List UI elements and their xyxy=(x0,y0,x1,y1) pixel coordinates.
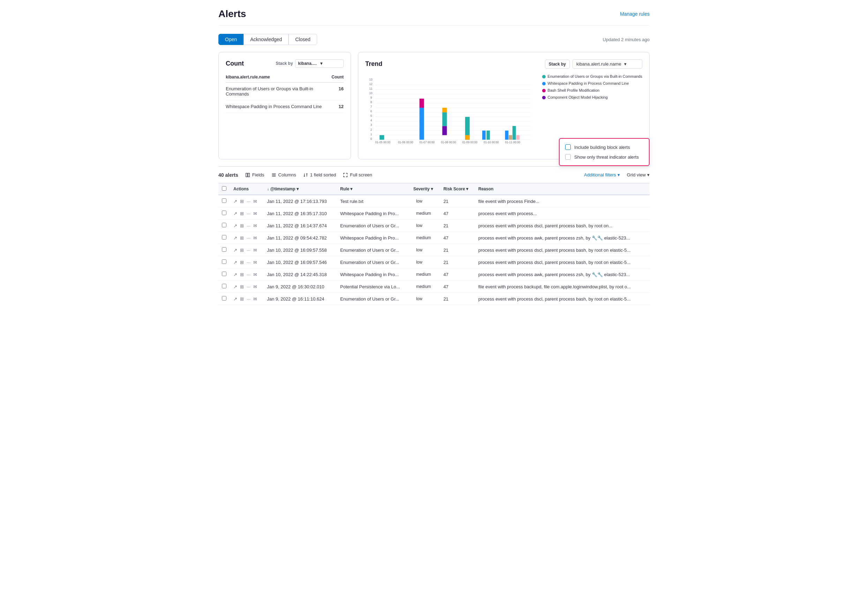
row-timestamp: Jan 9, 2022 @ 16:30:02.010 xyxy=(263,281,337,293)
more-icon[interactable]: ··· xyxy=(247,284,251,289)
fields-button[interactable]: Fields xyxy=(245,171,264,179)
investigate-icon[interactable]: ⊞ xyxy=(240,199,244,204)
show-threat-indicator-checkbox[interactable] xyxy=(565,154,571,160)
row-checkbox[interactable] xyxy=(222,198,226,203)
expand-icon[interactable]: ↗ xyxy=(233,260,237,265)
table-row: Enumeration of Users or Groups via Built… xyxy=(226,82,344,100)
count-card-header: Count Stack by kibana.alert.rule.na ▾ xyxy=(226,59,344,68)
alert-icon[interactable]: ✉ xyxy=(253,235,257,240)
risk-score-header[interactable]: Risk Score ▾ xyxy=(440,183,475,195)
rule-header[interactable]: Rule ▾ xyxy=(337,183,410,195)
additional-filters-button[interactable]: Additional filters ▾ xyxy=(584,172,620,177)
svg-text:1: 1 xyxy=(371,133,372,136)
row-risk-score: 47 xyxy=(440,268,475,281)
investigate-icon[interactable]: ⊞ xyxy=(240,211,244,216)
alert-icon[interactable]: ✉ xyxy=(253,296,257,302)
svg-rect-30 xyxy=(442,126,447,135)
sort-button[interactable]: 1 field sorted xyxy=(303,171,336,179)
alert-icon[interactable]: ✉ xyxy=(253,211,257,216)
svg-rect-49 xyxy=(248,173,249,177)
svg-rect-28 xyxy=(419,108,424,140)
alert-icon[interactable]: ✉ xyxy=(253,247,257,253)
row-rule: Whitespace Padding in Pro... xyxy=(337,208,410,219)
investigate-icon[interactable]: ⊞ xyxy=(240,284,244,289)
row-rule: Enumeration of Users or Gr... xyxy=(337,256,410,268)
alert-icon[interactable]: ✉ xyxy=(253,199,257,204)
fullscreen-button[interactable]: Full screen xyxy=(343,171,372,179)
expand-icon[interactable]: ↗ xyxy=(233,211,237,216)
trend-stack-by-select[interactable]: kibana.alert.rule.name ▾ xyxy=(573,59,642,69)
alert-icon[interactable]: ✉ xyxy=(253,223,257,228)
svg-rect-39 xyxy=(512,126,516,140)
alerts-table: Actions ↓ @timestamp ▾ Rule ▾ Severity ▾… xyxy=(218,183,650,305)
include-building-block-checkbox[interactable] xyxy=(565,144,571,150)
svg-text:01-08 00:00: 01-08 00:00 xyxy=(441,141,456,144)
row-checkbox[interactable] xyxy=(222,247,226,252)
more-icon[interactable]: ··· xyxy=(247,235,251,240)
svg-rect-37 xyxy=(505,131,509,140)
severity-header[interactable]: Severity ▾ xyxy=(410,183,440,195)
legend-label-3: Bash Shell Profile Modification xyxy=(548,88,600,93)
row-checkbox[interactable] xyxy=(222,235,226,240)
include-building-block-option[interactable]: Include building block alerts xyxy=(565,144,643,150)
row-checkbox[interactable] xyxy=(222,284,226,288)
alert-icon[interactable]: ✉ xyxy=(253,260,257,265)
expand-icon[interactable]: ↗ xyxy=(233,223,237,228)
expand-icon[interactable]: ↗ xyxy=(233,296,237,302)
tab-closed[interactable]: Closed xyxy=(288,34,317,45)
more-icon[interactable]: ··· xyxy=(247,296,251,302)
svg-text:01-05 00:00: 01-05 00:00 xyxy=(375,141,391,144)
expand-icon[interactable]: ↗ xyxy=(233,272,237,277)
tab-acknowledged[interactable]: Acknowledged xyxy=(244,34,288,45)
legend-dot-4 xyxy=(542,96,546,99)
more-icon[interactable]: ··· xyxy=(247,223,251,228)
fullscreen-label: Full screen xyxy=(350,172,372,177)
row-reason: process event with process dscl, parent … xyxy=(475,256,650,268)
columns-button[interactable]: Columns xyxy=(272,171,296,179)
row-timestamp: Jan 10, 2022 @ 14:22:45.318 xyxy=(263,268,337,281)
row-checkbox[interactable] xyxy=(222,223,226,227)
svg-rect-48 xyxy=(246,173,247,177)
row-reason: file event with process Finde... xyxy=(475,195,650,208)
svg-text:01-09 00:00: 01-09 00:00 xyxy=(462,141,478,144)
tab-open[interactable]: Open xyxy=(218,34,244,45)
more-icon[interactable]: ··· xyxy=(247,211,251,216)
show-threat-indicator-option[interactable]: Show only threat indicator alerts xyxy=(565,154,643,160)
investigate-icon[interactable]: ⊞ xyxy=(240,260,244,265)
row-reason: process event with process awk, parent p… xyxy=(475,232,650,244)
manage-rules-link[interactable]: Manage rules xyxy=(620,11,650,17)
investigate-icon[interactable]: ⊞ xyxy=(240,272,244,277)
expand-icon[interactable]: ↗ xyxy=(233,284,237,289)
grid-view-button[interactable]: Grid view ▾ xyxy=(627,172,650,177)
more-icon[interactable]: ··· xyxy=(247,199,251,204)
fullscreen-icon xyxy=(343,172,348,177)
count-stack-by-select[interactable]: kibana.alert.rule.na ▾ xyxy=(295,59,344,68)
sort-icon xyxy=(303,172,308,177)
row-timestamp: Jan 11, 2022 @ 09:54:42.782 xyxy=(263,232,337,244)
select-all-checkbox[interactable] xyxy=(222,186,226,191)
investigate-icon[interactable]: ⊞ xyxy=(240,296,244,302)
row-checkbox[interactable] xyxy=(222,296,226,300)
investigate-icon[interactable]: ⊞ xyxy=(240,247,244,253)
investigate-icon[interactable]: ⊞ xyxy=(240,223,244,228)
row-checkbox[interactable] xyxy=(222,259,226,264)
row-checkbox[interactable] xyxy=(222,211,226,215)
expand-icon[interactable]: ↗ xyxy=(233,199,237,204)
row-actions: ↗ ⊞ ··· ✉ xyxy=(233,223,260,228)
investigate-icon[interactable]: ⊞ xyxy=(240,235,244,240)
more-icon[interactable]: ··· xyxy=(247,272,251,277)
more-icon[interactable]: ··· xyxy=(247,260,251,265)
row-actions: ↗ ⊞ ··· ✉ xyxy=(233,272,260,277)
timestamp-header[interactable]: ↓ @timestamp ▾ xyxy=(263,183,337,195)
row-reason: process event with process dscl, parent … xyxy=(475,293,650,305)
count-row-2-value: 12 xyxy=(331,100,344,113)
row-checkbox[interactable] xyxy=(222,272,226,276)
columns-icon xyxy=(272,172,276,177)
alert-icon[interactable]: ✉ xyxy=(253,284,257,289)
expand-icon[interactable]: ↗ xyxy=(233,247,237,253)
expand-icon[interactable]: ↗ xyxy=(233,235,237,240)
alert-icon[interactable]: ✉ xyxy=(253,272,257,277)
svg-rect-32 xyxy=(442,108,447,112)
page-title: Alerts xyxy=(218,8,246,19)
more-icon[interactable]: ··· xyxy=(247,247,251,253)
